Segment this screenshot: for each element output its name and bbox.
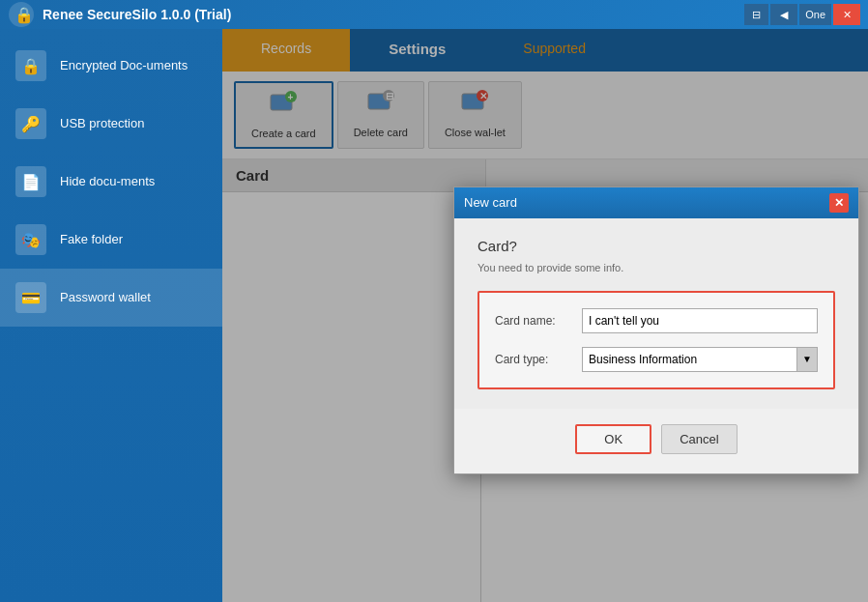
window-controls: ⊟ ◀ One ✕ (744, 4, 860, 25)
app-title: Renee SecureSilo 1.0.0 (Trial) (43, 7, 744, 22)
close-button[interactable]: ✕ (833, 4, 860, 25)
titlebar: 🔒 Renee SecureSilo 1.0.0 (Trial) ⊟ ◀ One… (0, 0, 868, 29)
usb-protection-icon: 🔑 (15, 108, 46, 139)
dialog-actions: OK Cancel (454, 409, 858, 473)
cancel-button[interactable]: Cancel (661, 424, 737, 454)
dialog-body: Card? You need to provide some info. Car… (454, 218, 858, 409)
svg-text:🔒: 🔒 (14, 6, 34, 24)
card-type-select-wrapper: Business Information Personal Informatio… (582, 347, 818, 372)
dialog-subtitle: You need to provide some info. (477, 262, 835, 273)
sidebar-item-hide-documents[interactable]: 📄 Hide docu-ments (0, 153, 222, 211)
sidebar-label-password-wallet: Password wallet (60, 290, 151, 306)
sidebar-label-hide-docs: Hide docu-ments (60, 174, 155, 190)
sidebar-item-encrypted-docs[interactable]: 🔒 Encrypted Doc-uments (0, 37, 222, 95)
dialog-form: Card name: Card type: Business Informati… (477, 291, 835, 389)
card-type-label: Card type: (495, 353, 582, 366)
window-label: One (799, 4, 831, 25)
encrypted-docs-icon: 🔒 (15, 50, 46, 81)
window-info-icon: ⊟ (744, 4, 768, 25)
fake-folder-icon: 🎭 (15, 224, 46, 255)
sidebar-label-usb-protection: USB protection (60, 116, 144, 132)
dialog-question: Card? (477, 238, 835, 254)
app-logo: 🔒 (8, 1, 35, 28)
sidebar-item-password-wallet[interactable]: 💳 Password wallet (0, 269, 222, 327)
main-layout: 🔒 Encrypted Doc-uments 🔑 USB protection … (0, 29, 868, 602)
sidebar-label-encrypted-docs: Encrypted Doc-uments (60, 58, 188, 74)
new-card-dialog: New card ✕ Card? You need to provide som… (453, 186, 859, 474)
card-name-input[interactable] (582, 308, 818, 333)
sidebar-label-fake-folder: Fake folder (60, 232, 123, 248)
sidebar-item-usb-protection[interactable]: 🔑 USB protection (0, 95, 222, 153)
dialog-titlebar: New card ✕ (454, 187, 858, 218)
card-name-label: Card name: (495, 314, 582, 328)
sidebar: 🔒 Encrypted Doc-uments 🔑 USB protection … (0, 29, 222, 602)
dialog-title: New card (464, 195, 517, 210)
dialog-close-button[interactable]: ✕ (829, 193, 849, 213)
modal-overlay: New card ✕ Card? You need to provide som… (222, 29, 868, 602)
sidebar-item-fake-folder[interactable]: 🎭 Fake folder (0, 211, 222, 269)
card-type-select[interactable]: Business Information Personal Informatio… (582, 347, 818, 372)
card-name-row: Card name: (495, 308, 818, 333)
ok-button[interactable]: OK (575, 424, 651, 454)
hide-docs-icon: 📄 (15, 166, 46, 197)
password-wallet-icon: 💳 (15, 282, 46, 313)
card-type-row: Card type: Business Information Personal… (495, 347, 818, 372)
content-area: Records Settings Supported + Create a ca… (222, 29, 868, 602)
back-button[interactable]: ◀ (770, 4, 797, 25)
